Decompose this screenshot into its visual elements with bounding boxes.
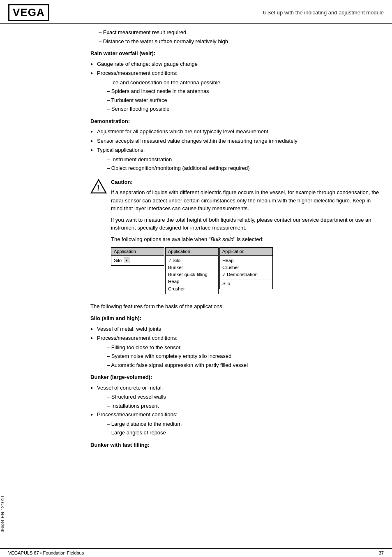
caution-block: ! Caution: If a separation of liquids wi…	[90, 178, 384, 298]
logo: VEGA	[8, 4, 49, 21]
rain-dash-1: Ice and condensation on the antenna poss…	[107, 79, 384, 87]
demo-bullet-1: Adjustment for all applications which ar…	[90, 128, 384, 136]
bunker-cond-dash-2: Large angles of repose	[107, 429, 384, 437]
app-box-3-content: Heap Crusher ✓ Demonstration Silo	[220, 256, 272, 289]
app-box-3-header: Application	[220, 248, 272, 256]
demo-dash-1: Instrument demonstration	[107, 155, 384, 164]
app-box-2-item-2[interactable]: Bunker quick filling	[168, 271, 216, 278]
rain-bullet-1: Gauge rate of change: slow gauge change	[90, 60, 384, 68]
silo-dash-3: Automatic false signal suppression with …	[107, 361, 384, 369]
footer-left: VEGAPULS 67 • Foundation Fieldbus	[8, 550, 84, 555]
caution-bulk-intro: The following options are available when…	[111, 235, 384, 244]
app-box-1-value: Silo	[114, 257, 122, 264]
svg-text:!: !	[97, 184, 99, 192]
app-box-2-item-1[interactable]: Bunker	[168, 264, 216, 271]
rain-bullet-2: Process/measurement conditions:	[90, 69, 384, 77]
demo-bullet-2: Sensor accepts all measured value change…	[90, 137, 384, 145]
app-box-1: Application Silo ▼	[111, 247, 164, 266]
bunker-cond-dash-1: Large distance to the medium	[107, 420, 384, 428]
bunker-fast-heading: Bunker with fast filling:	[90, 441, 384, 449]
demo-heading: Demonstration:	[90, 117, 384, 125]
bunker-heading: Bunker (large-volumed):	[90, 373, 384, 381]
rain-dash-2: Spiders and insect nestle in the antenna…	[107, 87, 384, 95]
caution-intro-text2: " is selected:	[233, 236, 263, 242]
bunker-bullet-2: Process/measurement conditions:	[90, 411, 384, 419]
intro-dashes: Exact measurement result required Distan…	[90, 28, 384, 45]
app-box-2: Application ✓ Silo Bunker Bunker quick f…	[165, 247, 219, 294]
app-box-1-row: Silo ▼	[114, 257, 161, 264]
app-box-3-item-2[interactable]: ✓ Demonstration	[222, 271, 270, 278]
footer-right: 37	[379, 550, 384, 555]
silo-bullet-1: Vessel of metal: weld joints	[90, 325, 384, 333]
caution-icon: !	[90, 178, 107, 195]
app-box-2-content: ✓ Silo Bunker Bunker quick filling Heap …	[166, 256, 218, 294]
app-demo-label: Demonstration	[227, 271, 258, 278]
demo-dash-2: Object recognition/monitoring (additiona…	[107, 164, 384, 172]
rain-dash-4: Sensor flooding possible	[107, 105, 384, 113]
page-content: Exact measurement result required Distan…	[0, 28, 392, 449]
app-box-2-header: Application	[166, 248, 218, 256]
caution-intro-text: The following options are available when…	[111, 236, 210, 242]
app-box-2-item-4[interactable]: Crusher	[168, 285, 216, 292]
check-silo: ✓	[168, 257, 172, 264]
page-sidebar-text: 36534-EN-121011	[0, 495, 21, 532]
app-box-3-item-0[interactable]: Heap	[222, 257, 270, 264]
demo-sub-list: Instrument demonstration Object recognit…	[99, 155, 384, 172]
silo-sub-list: Filling too close to the sensor System n…	[99, 343, 384, 369]
silo-dash-2: System noise with completely empty silo …	[107, 352, 384, 360]
silo-dash-1: Filling too close to the sensor	[107, 343, 384, 352]
app-box-3-item-3[interactable]: Silo	[222, 280, 270, 287]
bulk-solid-text: Bulk solid	[210, 236, 233, 242]
rain-sub-list: Ice and condensation on the antenna poss…	[99, 79, 384, 113]
caution-content: Caution: If a separation of liquids with…	[111, 178, 384, 298]
silo-heading: Silo (slim and high):	[90, 314, 384, 323]
silo-bullet-2: Process/measurement conditions:	[90, 334, 384, 342]
bunker-vessel-dash-2: Installations present	[107, 402, 384, 410]
bunker-vessel-dash-1: Structured vessel walls	[107, 393, 384, 401]
app-box-2-item-0[interactable]: ✓ Silo	[168, 257, 216, 264]
dropdown-arrow-1[interactable]: ▼	[124, 258, 129, 263]
caution-para-1: If a separation of liquids with differen…	[111, 188, 384, 213]
app-box-1-header: Application	[111, 248, 164, 256]
app-silo-label: Silo	[173, 257, 180, 264]
page-footer: VEGAPULS 67 • Foundation Fieldbus 37	[0, 548, 392, 557]
bunker-bullet-1: Vessel of concrete or metal:	[90, 384, 384, 392]
check-demo: ✓	[222, 271, 226, 278]
bunker-vessel-list: Structured vessel walls Installations pr…	[99, 393, 384, 410]
app-box-3-item-1[interactable]: Crusher	[222, 264, 270, 271]
caution-title: Caution:	[111, 178, 384, 186]
page-header: VEGA 6 Set up with the indicating and ad…	[0, 0, 392, 24]
divider	[222, 279, 270, 279]
bunker-cond-list: Large distance to the medium Large angle…	[99, 420, 384, 437]
logo-box: VEGA	[8, 4, 49, 21]
app-box-2-item-3[interactable]: Heap	[168, 278, 216, 285]
rain-heading: Rain water overfall (weir):	[90, 49, 384, 58]
intro-dash-2: Distance to the water surface normally r…	[99, 37, 384, 46]
section-title: 6 Set up with the indicating and adjustm…	[263, 9, 384, 16]
intro-dash-1: Exact measurement result required	[99, 28, 384, 37]
app-box-3: Application Heap Crusher ✓ Demonstration…	[219, 247, 273, 289]
caution-para-2: If you want to measure the total height …	[111, 216, 384, 232]
app-box-1-content: Silo ▼	[111, 256, 164, 265]
rain-dash-3: Turbulent water surface	[107, 96, 384, 104]
features-intro: The following features form the basis of…	[90, 302, 384, 311]
demo-bullet-3: Typical applications:	[90, 146, 384, 154]
app-ui-row: Application Silo ▼ Application ✓ S	[111, 247, 384, 294]
